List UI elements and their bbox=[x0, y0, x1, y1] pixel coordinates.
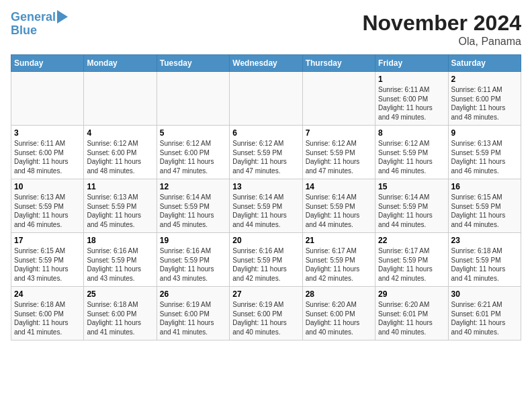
day-detail: Sunrise: 6:14 AM Sunset: 5:59 PM Dayligh… bbox=[378, 193, 445, 229]
day-number: 14 bbox=[306, 182, 372, 191]
day-detail: Sunrise: 6:18 AM Sunset: 5:59 PM Dayligh… bbox=[451, 246, 518, 283]
day-number: 20 bbox=[232, 236, 299, 245]
day-detail: Sunrise: 6:17 AM Sunset: 5:59 PM Dayligh… bbox=[378, 246, 445, 283]
day-number: 1 bbox=[378, 75, 445, 84]
day-detail: Sunrise: 6:15 AM Sunset: 5:59 PM Dayligh… bbox=[451, 193, 518, 229]
header-day: Saturday bbox=[448, 55, 521, 72]
calendar-cell: 12Sunrise: 6:14 AM Sunset: 5:59 PM Dayli… bbox=[157, 179, 229, 233]
calendar-week-row: 3Sunrise: 6:11 AM Sunset: 6:00 PM Daylig… bbox=[11, 126, 521, 179]
day-detail: Sunrise: 6:13 AM Sunset: 5:59 PM Dayligh… bbox=[87, 193, 153, 229]
day-number: 8 bbox=[378, 128, 445, 138]
day-detail: Sunrise: 6:13 AM Sunset: 5:59 PM Dayligh… bbox=[14, 193, 81, 229]
day-detail: Sunrise: 6:11 AM Sunset: 6:00 PM Dayligh… bbox=[451, 85, 518, 122]
calendar-cell: 28Sunrise: 6:20 AM Sunset: 6:00 PM Dayli… bbox=[302, 287, 375, 340]
calendar-cell: 4Sunrise: 6:12 AM Sunset: 6:00 PM Daylig… bbox=[84, 126, 157, 179]
calendar-week-row: 24Sunrise: 6:18 AM Sunset: 6:00 PM Dayli… bbox=[11, 287, 521, 340]
calendar-cell: 13Sunrise: 6:14 AM Sunset: 5:59 PM Dayli… bbox=[230, 179, 302, 233]
calendar-cell: 14Sunrise: 6:14 AM Sunset: 5:59 PM Dayli… bbox=[302, 179, 375, 233]
day-detail: Sunrise: 6:13 AM Sunset: 5:59 PM Dayligh… bbox=[451, 139, 518, 175]
calendar-cell: 22Sunrise: 6:17 AM Sunset: 5:59 PM Dayli… bbox=[375, 233, 448, 287]
calendar-week-row: 1Sunrise: 6:11 AM Sunset: 6:00 PM Daylig… bbox=[11, 72, 521, 126]
day-number: 24 bbox=[14, 289, 81, 299]
day-detail: Sunrise: 6:15 AM Sunset: 5:59 PM Dayligh… bbox=[14, 246, 81, 283]
day-number: 10 bbox=[14, 182, 81, 191]
day-number: 12 bbox=[160, 182, 226, 191]
calendar-cell bbox=[84, 72, 157, 126]
day-detail: Sunrise: 6:14 AM Sunset: 5:59 PM Dayligh… bbox=[306, 193, 372, 229]
calendar-cell: 5Sunrise: 6:12 AM Sunset: 6:00 PM Daylig… bbox=[157, 126, 229, 179]
calendar-cell: 3Sunrise: 6:11 AM Sunset: 6:00 PM Daylig… bbox=[11, 126, 84, 179]
header-day: Friday bbox=[375, 55, 448, 72]
day-detail: Sunrise: 6:20 AM Sunset: 6:01 PM Dayligh… bbox=[378, 300, 445, 336]
day-number: 16 bbox=[451, 182, 518, 191]
day-detail: Sunrise: 6:11 AM Sunset: 6:00 PM Dayligh… bbox=[14, 139, 81, 175]
day-number: 15 bbox=[378, 182, 445, 191]
day-detail: Sunrise: 6:18 AM Sunset: 6:00 PM Dayligh… bbox=[14, 300, 81, 336]
header-day: Sunday bbox=[11, 55, 84, 72]
day-number: 7 bbox=[306, 128, 372, 138]
day-number: 18 bbox=[87, 236, 153, 245]
day-number: 26 bbox=[160, 289, 226, 299]
day-detail: Sunrise: 6:14 AM Sunset: 5:59 PM Dayligh… bbox=[160, 193, 226, 229]
day-number: 11 bbox=[87, 182, 153, 191]
day-detail: Sunrise: 6:19 AM Sunset: 6:00 PM Dayligh… bbox=[232, 300, 299, 336]
calendar-cell: 18Sunrise: 6:16 AM Sunset: 5:59 PM Dayli… bbox=[84, 233, 157, 287]
calendar-cell: 17Sunrise: 6:15 AM Sunset: 5:59 PM Dayli… bbox=[11, 233, 84, 287]
day-detail: Sunrise: 6:19 AM Sunset: 6:00 PM Dayligh… bbox=[160, 300, 226, 336]
day-detail: Sunrise: 6:14 AM Sunset: 5:59 PM Dayligh… bbox=[232, 193, 299, 229]
calendar-cell: 21Sunrise: 6:17 AM Sunset: 5:59 PM Dayli… bbox=[302, 233, 375, 287]
day-detail: Sunrise: 6:17 AM Sunset: 5:59 PM Dayligh… bbox=[306, 246, 372, 283]
calendar-cell bbox=[302, 72, 375, 126]
day-number: 13 bbox=[232, 182, 299, 191]
day-number: 29 bbox=[378, 289, 445, 299]
day-detail: Sunrise: 6:16 AM Sunset: 5:59 PM Dayligh… bbox=[160, 246, 226, 283]
header-day: Thursday bbox=[302, 55, 375, 72]
page-header: General Blue November 2024 Ola, Panama bbox=[11, 11, 521, 48]
calendar-cell: 29Sunrise: 6:20 AM Sunset: 6:01 PM Dayli… bbox=[375, 287, 448, 340]
calendar-subtitle: Ola, Panama bbox=[362, 36, 521, 48]
calendar-cell: 30Sunrise: 6:21 AM Sunset: 6:01 PM Dayli… bbox=[448, 287, 521, 340]
calendar-cell: 25Sunrise: 6:18 AM Sunset: 6:00 PM Dayli… bbox=[84, 287, 157, 340]
day-detail: Sunrise: 6:12 AM Sunset: 6:00 PM Dayligh… bbox=[160, 139, 226, 175]
day-detail: Sunrise: 6:12 AM Sunset: 5:59 PM Dayligh… bbox=[378, 139, 445, 175]
day-number: 25 bbox=[87, 289, 153, 299]
calendar-cell: 27Sunrise: 6:19 AM Sunset: 6:00 PM Dayli… bbox=[230, 287, 302, 340]
calendar-table: SundayMondayTuesdayWednesdayThursdayFrid… bbox=[11, 54, 521, 340]
calendar-cell: 10Sunrise: 6:13 AM Sunset: 5:59 PM Dayli… bbox=[11, 179, 84, 233]
day-number: 27 bbox=[232, 289, 299, 299]
day-detail: Sunrise: 6:12 AM Sunset: 5:59 PM Dayligh… bbox=[306, 139, 372, 175]
calendar-week-row: 10Sunrise: 6:13 AM Sunset: 5:59 PM Dayli… bbox=[11, 179, 521, 233]
day-number: 17 bbox=[14, 236, 81, 245]
logo-arrow-icon bbox=[57, 10, 68, 24]
day-number: 30 bbox=[451, 289, 518, 299]
day-number: 28 bbox=[306, 289, 372, 299]
calendar-cell: 2Sunrise: 6:11 AM Sunset: 6:00 PM Daylig… bbox=[448, 72, 521, 126]
day-detail: Sunrise: 6:21 AM Sunset: 6:01 PM Dayligh… bbox=[451, 300, 518, 336]
logo-text-line2: Blue bbox=[11, 24, 37, 38]
day-detail: Sunrise: 6:12 AM Sunset: 5:59 PM Dayligh… bbox=[232, 139, 299, 175]
day-number: 3 bbox=[14, 128, 81, 138]
calendar-cell: 1Sunrise: 6:11 AM Sunset: 6:00 PM Daylig… bbox=[375, 72, 448, 126]
calendar-cell: 26Sunrise: 6:19 AM Sunset: 6:00 PM Dayli… bbox=[157, 287, 229, 340]
logo-text-line1: General bbox=[11, 11, 56, 24]
title-block: November 2024 Ola, Panama bbox=[362, 11, 521, 48]
calendar-week-row: 17Sunrise: 6:15 AM Sunset: 5:59 PM Dayli… bbox=[11, 233, 521, 287]
day-number: 22 bbox=[378, 236, 445, 245]
calendar-cell bbox=[157, 72, 229, 126]
calendar-cell: 9Sunrise: 6:13 AM Sunset: 5:59 PM Daylig… bbox=[448, 126, 521, 179]
calendar-cell: 19Sunrise: 6:16 AM Sunset: 5:59 PM Dayli… bbox=[157, 233, 229, 287]
calendar-cell: 20Sunrise: 6:16 AM Sunset: 5:59 PM Dayli… bbox=[230, 233, 302, 287]
logo: General Blue bbox=[11, 11, 68, 38]
day-detail: Sunrise: 6:16 AM Sunset: 5:59 PM Dayligh… bbox=[87, 246, 153, 283]
day-detail: Sunrise: 6:16 AM Sunset: 5:59 PM Dayligh… bbox=[232, 246, 299, 283]
calendar-cell: 6Sunrise: 6:12 AM Sunset: 5:59 PM Daylig… bbox=[230, 126, 302, 179]
header-day: Tuesday bbox=[157, 55, 229, 72]
day-number: 5 bbox=[160, 128, 226, 138]
day-detail: Sunrise: 6:12 AM Sunset: 6:00 PM Dayligh… bbox=[87, 139, 153, 175]
day-number: 4 bbox=[87, 128, 153, 138]
calendar-cell bbox=[11, 72, 84, 126]
calendar-cell bbox=[230, 72, 302, 126]
calendar-cell: 16Sunrise: 6:15 AM Sunset: 5:59 PM Dayli… bbox=[448, 179, 521, 233]
calendar-cell: 23Sunrise: 6:18 AM Sunset: 5:59 PM Dayli… bbox=[448, 233, 521, 287]
day-detail: Sunrise: 6:11 AM Sunset: 6:00 PM Dayligh… bbox=[378, 85, 445, 122]
